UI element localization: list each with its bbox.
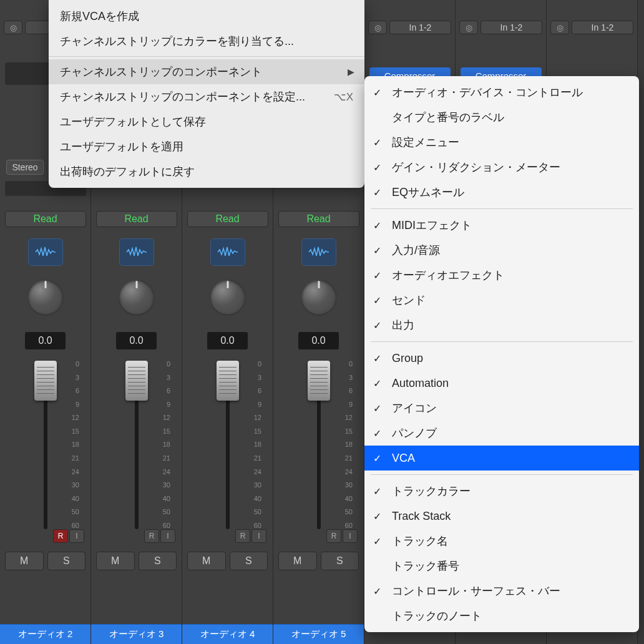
stereo-icon[interactable]: ◎ bbox=[550, 21, 569, 34]
submenu-item[interactable]: ✓コントロール・サーフェス・バー bbox=[364, 578, 639, 603]
automation-mode-button[interactable]: Read bbox=[278, 211, 359, 227]
track-icon[interactable] bbox=[301, 238, 336, 266]
context-menu-item[interactable]: 新規VCAを作成 bbox=[49, 4, 364, 29]
submenu-item-label: パンノブ bbox=[392, 426, 437, 441]
submenu-item-label: 入力/音源 bbox=[392, 243, 440, 258]
pan-knob[interactable] bbox=[28, 280, 63, 315]
record-enable-button[interactable]: R bbox=[144, 529, 159, 543]
submenu-item[interactable]: ✓出力 bbox=[364, 313, 639, 338]
submenu-item-label: Automation bbox=[392, 377, 449, 390]
fader-scale: 0369121518212430405060 bbox=[345, 361, 353, 529]
submenu-item[interactable]: ✓トラックカラー bbox=[364, 479, 639, 504]
pan-value[interactable]: 0.0 bbox=[116, 332, 157, 349]
context-menu: 新規VCAを作成チャンネルストリップにカラーを割り当てる...チャンネルストリッ… bbox=[49, 0, 364, 188]
input-button[interactable]: In 1-2 bbox=[481, 21, 542, 34]
automation-mode-button[interactable]: Read bbox=[187, 211, 268, 227]
submenu-item[interactable]: ✓設定メニュー bbox=[364, 130, 639, 155]
input-monitor-button[interactable]: I bbox=[160, 529, 175, 543]
input-button[interactable]: In 1-2 bbox=[389, 21, 451, 34]
fader-cap[interactable] bbox=[34, 361, 57, 401]
submenu-item[interactable]: トラックのノート bbox=[364, 603, 639, 628]
submenu-item[interactable]: ✓Automation bbox=[364, 371, 639, 396]
fader[interactable] bbox=[44, 361, 47, 529]
solo-button[interactable]: S bbox=[139, 552, 177, 570]
stereo-icon[interactable]: ◎ bbox=[368, 21, 387, 34]
input-monitor-button[interactable]: I bbox=[69, 529, 84, 543]
context-menu-item[interactable]: チャンネルストリップのコンポーネント▶ bbox=[49, 59, 364, 84]
output-slot[interactable]: Stereo bbox=[6, 160, 44, 175]
fader-cap[interactable] bbox=[308, 361, 330, 401]
fader[interactable] bbox=[317, 361, 321, 529]
check-icon: ✓ bbox=[373, 245, 381, 256]
keyboard-shortcut: ⌥X bbox=[334, 90, 353, 104]
submenu-item-label: Track Stack bbox=[392, 510, 451, 523]
submenu-item[interactable]: ✓パンノブ bbox=[364, 421, 639, 446]
submenu-item-label: オーディオエフェクト bbox=[392, 268, 504, 283]
track-icon[interactable] bbox=[119, 238, 154, 266]
stereo-icon[interactable]: ◎ bbox=[459, 21, 478, 34]
input-button[interactable]: In 1-2 bbox=[572, 21, 633, 34]
record-enable-button[interactable]: R bbox=[326, 529, 341, 543]
submenu-item[interactable]: ✓オーディオ・デバイス・コントロール bbox=[364, 80, 639, 105]
submenu-item[interactable]: ✓ゲイン・リダクション・メーター bbox=[364, 155, 639, 180]
submenu-item[interactable]: ✓アイコン bbox=[364, 396, 639, 421]
automation-mode-button[interactable]: Read bbox=[96, 211, 177, 227]
submenu-item[interactable]: ✓入力/音源 bbox=[364, 238, 639, 263]
fader-cap[interactable] bbox=[217, 361, 239, 401]
mute-button[interactable]: M bbox=[278, 552, 317, 570]
pan-value[interactable]: 0.0 bbox=[25, 332, 66, 349]
pan-knob[interactable] bbox=[210, 280, 245, 315]
context-menu-item[interactable]: チャンネルストリップのコンポーネントを設定...⌥X bbox=[49, 84, 364, 109]
submenu-item-label: EQサムネール bbox=[392, 185, 464, 200]
stereo-icon[interactable]: ◎ bbox=[4, 21, 22, 34]
submenu-item-label: トラックカラー bbox=[392, 484, 471, 499]
pan-value[interactable]: 0.0 bbox=[298, 332, 339, 349]
track-icon[interactable] bbox=[210, 238, 245, 266]
input-monitor-button[interactable]: I bbox=[251, 529, 266, 543]
automation-mode-button[interactable]: Read bbox=[5, 211, 86, 227]
pan-knob[interactable] bbox=[119, 280, 154, 315]
track-name[interactable]: オーディオ 2 bbox=[0, 624, 90, 644]
fader-scale: 0369121518212430405060 bbox=[72, 361, 79, 529]
pan-knob[interactable] bbox=[301, 280, 336, 315]
check-icon: ✓ bbox=[373, 270, 381, 281]
fader-area: 0369121518212430405060 R I bbox=[0, 361, 90, 548]
check-icon: ✓ bbox=[373, 585, 381, 597]
fader-cap[interactable] bbox=[125, 361, 148, 401]
context-menu-item[interactable]: ユーザデフォルトとして保存 bbox=[49, 109, 364, 134]
submenu-item[interactable]: タイプと番号のラベル bbox=[364, 105, 639, 130]
record-enable-button[interactable]: R bbox=[53, 529, 68, 543]
solo-button[interactable]: S bbox=[230, 552, 268, 570]
input-monitor-button[interactable]: I bbox=[343, 529, 358, 543]
mute-button[interactable]: M bbox=[187, 552, 226, 570]
context-menu-item[interactable]: 出荷時のデフォルトに戻す bbox=[49, 159, 364, 184]
submenu-item[interactable]: ✓MIDIエフェクト bbox=[364, 213, 639, 238]
check-icon: ✓ bbox=[373, 510, 381, 522]
submenu-item-label: トラックのノート bbox=[392, 608, 482, 623]
solo-button[interactable]: S bbox=[321, 552, 359, 570]
track-name[interactable]: オーディオ 4 bbox=[182, 624, 273, 644]
submenu-item[interactable]: トラック番号 bbox=[364, 554, 639, 578]
submenu-item[interactable]: ✓VCA bbox=[364, 446, 639, 471]
submenu-item[interactable]: ✓Group bbox=[364, 346, 639, 371]
mute-button[interactable]: M bbox=[96, 552, 135, 570]
fader[interactable] bbox=[226, 361, 230, 529]
submenu-item[interactable]: ✓トラック名 bbox=[364, 529, 639, 554]
solo-button[interactable]: S bbox=[47, 552, 86, 570]
pan-value[interactable]: 0.0 bbox=[207, 332, 248, 349]
context-menu-item[interactable]: ユーザデフォルトを適用 bbox=[49, 134, 364, 159]
check-icon: ✓ bbox=[373, 187, 381, 198]
context-menu-item[interactable]: チャンネルストリップにカラーを割り当てる... bbox=[49, 29, 364, 54]
submenu-item[interactable]: ✓EQサムネール bbox=[364, 180, 639, 205]
check-icon: ✓ bbox=[373, 427, 381, 439]
track-name[interactable]: オーディオ 3 bbox=[91, 624, 182, 644]
track-icon[interactable] bbox=[28, 238, 63, 266]
submenu-item[interactable]: ✓Track Stack bbox=[364, 504, 639, 529]
mute-button[interactable]: M bbox=[5, 552, 44, 570]
record-enable-button[interactable]: R bbox=[235, 529, 250, 543]
submenu-item[interactable]: ✓センド bbox=[364, 288, 639, 313]
submenu-item-label: オーディオ・デバイス・コントロール bbox=[392, 85, 583, 100]
submenu-item[interactable]: ✓オーディオエフェクト bbox=[364, 263, 639, 288]
track-name[interactable]: オーディオ 5 bbox=[273, 624, 364, 644]
fader[interactable] bbox=[135, 361, 139, 529]
